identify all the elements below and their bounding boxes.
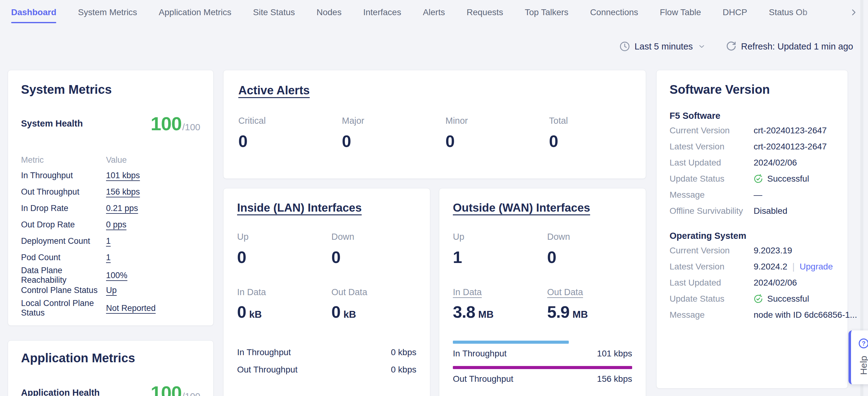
nav-tab-top-talkers[interactable]: Top Talkers <box>525 0 568 25</box>
table-row: Deployment Count1 <box>21 233 200 249</box>
alert-stat-total: Total0 <box>549 116 653 151</box>
lan-throughput-item: In Throughput0 kbps <box>237 347 416 357</box>
nav-tab-alerts[interactable]: Alerts <box>423 0 445 25</box>
time-range-selector[interactable]: Last 5 minutes <box>634 41 693 52</box>
metric-column-header: Metric <box>21 155 106 165</box>
metric-label: In Throughput <box>21 171 106 180</box>
wan-throughput-list: In Throughput101 kbpsOut Throughput156 k… <box>453 341 632 384</box>
metric-label: Local Control Plane Status <box>21 299 106 318</box>
software-row-value: 9.2023.19 <box>754 246 835 256</box>
table-row: Local Control Plane StatusNot Reported <box>21 299 200 315</box>
nav-tab-interfaces[interactable]: Interfaces <box>363 0 401 25</box>
alert-stat-major: Major0 <box>342 116 445 151</box>
table-row: In Throughput101 kbps <box>21 167 200 184</box>
software-row: Last Updated2024/02/06 <box>670 155 835 171</box>
data-label-link[interactable]: In Data <box>453 287 482 297</box>
software-row-value: 2024/02/06 <box>754 158 835 168</box>
metric-label: Out Drop Rate <box>21 220 106 230</box>
software-row: Offline SurvivabilityDisabled <box>670 203 835 219</box>
wan-interfaces-card: Outside (WAN) Interfaces Up1Down0 In Dat… <box>439 188 646 396</box>
software-row-value: — <box>754 190 835 200</box>
table-row: Pod Count1 <box>21 249 200 266</box>
top-nav: DashboardSystem MetricsApplication Metri… <box>0 0 868 25</box>
metric-label: Pod Count <box>21 253 106 262</box>
software-row-label: Latest Version <box>670 142 754 151</box>
metric-label: Data Plane Reachability <box>21 266 106 285</box>
software-row-label: Message <box>670 190 754 200</box>
software-row: Messagenode with ID 6dc66856-1... <box>670 307 835 323</box>
lan-in-data: In Data0kB <box>237 287 331 321</box>
software-row: Current Versioncrt-20240123-2647 <box>670 122 835 139</box>
lan-title-link[interactable]: Inside (LAN) Interfaces <box>237 201 362 215</box>
stat-value: 0 <box>237 248 331 267</box>
application-health-score: 100 /100 <box>151 382 200 396</box>
nav-tab-nodes[interactable]: Nodes <box>316 0 342 25</box>
metric-value-link[interactable]: 101 kbps <box>106 171 140 180</box>
metric-value-link[interactable]: 0 pps <box>106 220 126 230</box>
data-label: Out Data <box>331 287 367 297</box>
metric-value-link[interactable]: 1 <box>106 236 111 246</box>
nav-tab-site-status[interactable]: Site Status <box>253 0 295 25</box>
software-row: Latest Version9.2024.2|Upgrade <box>670 259 835 275</box>
throughput-value: 0 kbps <box>391 347 417 357</box>
metric-value-link[interactable]: 156 kbps <box>106 187 140 197</box>
nav-tab-connections[interactable]: Connections <box>590 0 638 25</box>
active-alerts-title-link[interactable]: Active Alerts <box>238 84 310 97</box>
wan-title-link[interactable]: Outside (WAN) Interfaces <box>453 201 590 215</box>
software-row-label: Offline Survivability <box>670 206 754 216</box>
status-text: Successful <box>767 174 809 184</box>
metric-label: Deployment Count <box>21 236 106 246</box>
refresh-status[interactable]: Refresh: Updated 1 min ago <box>741 41 853 52</box>
lan-up-down-stats: Up0Down0 <box>237 232 416 267</box>
throughput-label: In Throughput <box>237 347 291 357</box>
value-column-header: Value <box>106 155 200 165</box>
wan-in-data: In Data3.8MB <box>453 287 547 321</box>
alert-stat-value: 0 <box>445 132 549 151</box>
stat-label: Down <box>547 232 642 242</box>
divider: | <box>792 261 795 272</box>
software-row: Current Version9.2023.19 <box>670 243 835 259</box>
data-label: In Data <box>237 287 266 297</box>
nav-tab-application-metrics[interactable]: Application Metrics <box>159 0 231 25</box>
alert-stat-minor: Minor0 <box>445 116 549 151</box>
nav-tab-requests[interactable]: Requests <box>466 0 503 25</box>
metric-value-link[interactable]: Not Reported <box>106 304 156 313</box>
throughput-value: 156 kbps <box>597 374 632 384</box>
alert-stat-value: 0 <box>549 132 653 151</box>
metric-label: Control Plane Status <box>21 286 106 295</box>
system-metrics-title: System Metrics <box>21 83 200 96</box>
chevron-down-icon[interactable] <box>698 43 706 51</box>
help-tab[interactable]: ? Help <box>848 331 868 384</box>
throughput-label: Out Throughput <box>453 374 514 384</box>
software-row: Latest Versioncrt-20240123-2647 <box>670 139 835 155</box>
nav-tab-status-ob[interactable]: Status Ob <box>769 0 807 25</box>
metric-value-link[interactable]: 1 <box>106 253 111 262</box>
nav-tab-dashboard[interactable]: Dashboard <box>11 0 56 25</box>
nav-scroll-right-button[interactable] <box>849 7 859 17</box>
metric-value-link[interactable]: 100% <box>106 271 127 280</box>
data-value: 0kB <box>237 302 331 321</box>
stat-label: Down <box>331 232 426 242</box>
lan-stat-up: Up0 <box>237 232 331 267</box>
metric-value-link[interactable]: Up <box>106 286 117 295</box>
data-number: 5.9 <box>547 302 569 321</box>
question-circle-icon: ? <box>858 338 868 350</box>
software-row: Message— <box>670 187 835 203</box>
data-label-link[interactable]: Out Data <box>547 287 583 297</box>
nav-tab-dhcp[interactable]: DHCP <box>723 0 747 25</box>
table-row: Out Drop Rate0 pps <box>21 217 200 233</box>
software-version-card: Software Version F5 SoftwareCurrent Vers… <box>656 70 848 389</box>
throughput-row: In Throughput0 kbps <box>237 347 416 357</box>
application-health-label: Application Health <box>21 388 100 396</box>
system-metrics-table: Metric Value In Throughput101 kbpsOut Th… <box>21 152 200 315</box>
nav-tab-system-metrics[interactable]: System Metrics <box>78 0 137 25</box>
nav-tab-flow-table[interactable]: Flow Table <box>660 0 701 25</box>
refresh-icon[interactable] <box>725 41 737 52</box>
system-metrics-card: System Metrics System Health 100 /100 Me… <box>8 70 214 326</box>
upgrade-link[interactable]: Upgrade <box>800 262 833 272</box>
software-row-label: Last Updated <box>670 278 754 288</box>
software-row-label: Latest Version <box>670 262 754 272</box>
metric-value-link[interactable]: 0.21 pps <box>106 204 138 213</box>
stat-label: Up <box>237 232 331 242</box>
wan-up-down-stats: Up1Down0 <box>453 232 632 267</box>
